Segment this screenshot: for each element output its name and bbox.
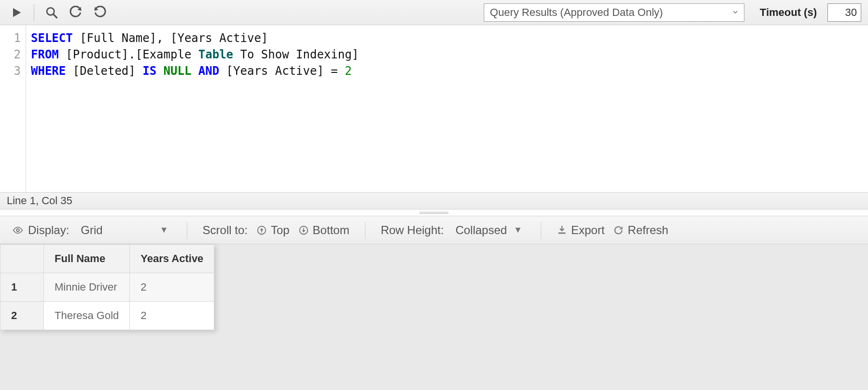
export-button[interactable]: Export xyxy=(557,223,604,237)
table-row[interactable]: 2 Theresa Gold 2 xyxy=(0,302,214,330)
sql-keyword: FROM xyxy=(31,48,59,61)
results-area: Full Name Years Active 1 Minnie Driver 2… xyxy=(0,244,868,390)
redo-button[interactable] xyxy=(90,3,110,22)
sql-text: [Full Name], [Years Active] xyxy=(73,31,268,45)
redo-icon xyxy=(93,6,107,19)
timeout-label: Timeout (s) xyxy=(760,6,817,19)
toolbar-separator xyxy=(187,222,187,239)
column-header[interactable]: Years Active xyxy=(130,245,214,273)
display-mode-select[interactable]: Grid ▼ xyxy=(78,223,171,237)
svg-line-1 xyxy=(54,14,57,17)
rowheight-select[interactable]: Collapsed ▼ xyxy=(452,223,525,237)
rowheight-value: Collapsed xyxy=(455,223,507,237)
rowheight-label: Row Height: xyxy=(381,223,444,237)
sql-keyword: Table xyxy=(198,48,233,61)
line-number: 2 xyxy=(0,46,21,63)
cell-full-name[interactable]: Minnie Driver xyxy=(44,273,130,302)
pane-splitter[interactable] xyxy=(0,209,868,216)
sql-keyword: AND xyxy=(198,64,219,78)
eye-icon xyxy=(13,225,23,236)
arrow-up-circle-icon xyxy=(256,225,267,236)
timeout-input[interactable] xyxy=(827,3,861,22)
results-table[interactable]: Full Name Years Active 1 Minnie Driver 2… xyxy=(0,244,214,330)
table-row[interactable]: 1 Minnie Driver 2 xyxy=(0,273,214,302)
cell-full-name[interactable]: Theresa Gold xyxy=(44,302,130,330)
play-icon xyxy=(10,6,23,19)
results-mode-select[interactable]: Query Results (Approved Data Only) xyxy=(484,3,744,22)
toolbar-separator xyxy=(541,222,541,239)
sql-editor[interactable]: 1 2 3 SELECT [Full Name], [Years Active]… xyxy=(0,25,868,192)
sql-number: 2 xyxy=(345,64,351,78)
display-label: Display: xyxy=(13,223,69,237)
triangle-down-icon: ▼ xyxy=(514,225,522,235)
search-button[interactable] xyxy=(42,3,61,22)
cursor-position: Line 1, Col 35 xyxy=(7,195,72,207)
toolbar-separator xyxy=(365,222,365,239)
sql-text: [Years Active] = xyxy=(219,64,345,78)
results-mode-value: Query Results (Approved Data Only) xyxy=(490,6,663,19)
splitter-grip-icon xyxy=(420,212,448,214)
sql-text: [Deleted] xyxy=(66,64,142,78)
line-gutter: 1 2 3 xyxy=(0,25,26,192)
table-header-row: Full Name Years Active xyxy=(0,245,214,273)
results-toolbar: Display: Grid ▼ Scroll to: Top Bottom Ro… xyxy=(0,216,868,244)
row-number-cell: 2 xyxy=(0,302,44,330)
column-header[interactable]: Full Name xyxy=(44,245,130,273)
editor-status-bar: Line 1, Col 35 xyxy=(0,192,868,209)
undo-button[interactable] xyxy=(66,3,85,22)
svg-point-2 xyxy=(16,229,19,232)
row-number-header[interactable] xyxy=(0,245,44,273)
cell-years-active[interactable]: 2 xyxy=(130,273,214,302)
triangle-down-icon: ▼ xyxy=(160,225,168,235)
refresh-button[interactable]: Refresh xyxy=(613,223,668,237)
display-mode-value: Grid xyxy=(81,223,102,237)
main-toolbar: Query Results (Approved Data Only) Timeo… xyxy=(0,0,868,25)
refresh-icon xyxy=(613,225,624,236)
sql-null: NULL xyxy=(164,64,192,78)
line-number: 1 xyxy=(0,30,21,46)
scroll-top-button[interactable]: Top xyxy=(256,223,290,237)
undo-icon xyxy=(69,6,83,19)
arrow-down-circle-icon xyxy=(298,225,309,236)
run-button[interactable] xyxy=(7,3,26,22)
cell-years-active[interactable]: 2 xyxy=(130,302,214,330)
row-number-cell: 1 xyxy=(0,273,44,302)
line-number: 3 xyxy=(0,63,21,79)
sql-text: [Product].[Example xyxy=(59,48,198,61)
scroll-to-label: Scroll to: xyxy=(203,223,248,237)
search-icon xyxy=(45,6,58,19)
scroll-bottom-button[interactable]: Bottom xyxy=(298,223,350,237)
download-icon xyxy=(557,225,567,236)
toolbar-separator xyxy=(34,4,34,21)
sql-keyword: IS xyxy=(142,64,156,78)
sql-keyword: SELECT xyxy=(31,31,73,45)
sql-text: To Show Indexing] xyxy=(233,48,359,61)
sql-keyword: WHERE xyxy=(31,64,66,78)
code-area[interactable]: SELECT [Full Name], [Years Active]FROM [… xyxy=(26,25,868,192)
chevron-down-icon xyxy=(731,6,739,19)
